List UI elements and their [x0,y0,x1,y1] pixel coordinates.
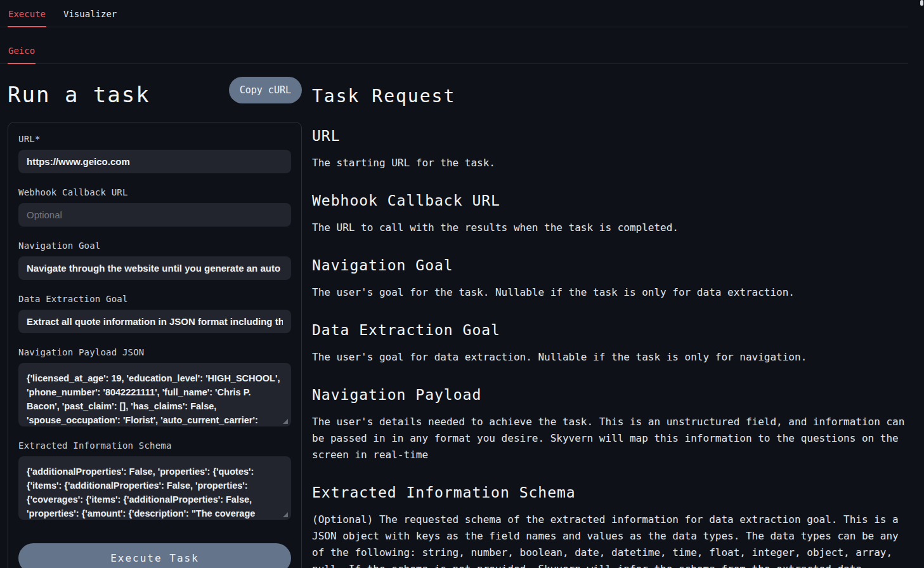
docs-heading-url: URL [312,128,908,144]
docs-title: Task Request [312,86,908,107]
docs-body-webhook: The URL to call with the results when th… [312,220,908,236]
url-field-group: URL* [18,134,291,173]
page-title: Run a task [8,82,150,107]
resize-handle-icon[interactable] [283,419,288,424]
navigation-goal-field-group: Navigation Goal [18,241,291,280]
schema-textarea[interactable]: {'additionalProperties': False, 'propert… [18,456,291,520]
run-task-panel: Run a task Copy cURL URL* Webhook Callba… [8,77,302,568]
docs-heading-schema: Extracted Information Schema [312,484,908,501]
url-input[interactable] [18,150,291,173]
scrollbar-thumb[interactable] [920,0,923,6]
docs-body-navigation-goal: The user's goal for the task. Nullable i… [312,284,908,301]
docs-heading-webhook: Webhook Callback URL [312,192,908,209]
tab-geico[interactable]: Geico [8,46,36,63]
navigation-payload-label: Navigation Payload JSON [18,347,291,357]
navigation-payload-textarea[interactable]: {'licensed_at_age': 19, 'education_level… [18,363,291,426]
webhook-input[interactable] [18,203,291,227]
webhook-field-group: Webhook Callback URL [18,187,291,227]
docs-body-schema: (Optional) The requested schema of the e… [312,512,908,568]
schema-label: Extracted Information Schema [18,440,291,451]
docs-heading-data-extraction-goal: Data Extraction Goal [312,322,908,338]
main-tab-bar: Execute Visualizer [0,0,908,27]
webhook-label: Webhook Callback URL [18,187,291,197]
task-form-card: URL* Webhook Callback URL Navigation Goa… [8,122,302,568]
docs-heading-navigation-goal: Navigation Goal [312,257,908,274]
task-tab-bar: Geico [0,27,908,64]
docs-body-url: The starting URL for the task. [312,155,908,171]
tab-execute[interactable]: Execute [8,9,46,27]
url-label: URL* [18,134,291,144]
navigation-goal-label: Navigation Goal [18,241,291,251]
data-extraction-goal-field-group: Data Extraction Goal [18,294,291,333]
navigation-goal-input[interactable] [18,256,291,280]
task-request-docs: Task Request URL The starting URL for th… [312,77,916,568]
tab-visualizer[interactable]: Visualizer [63,9,117,27]
execute-task-button[interactable]: Execute Task [18,543,291,568]
schema-field-group: Extracted Information Schema {'additiona… [18,440,291,520]
navigation-payload-field-group: Navigation Payload JSON {'licensed_at_ag… [18,347,291,426]
data-extraction-goal-input[interactable] [18,310,291,333]
data-extraction-goal-label: Data Extraction Goal [18,294,291,304]
docs-body-data-extraction-goal: The user's goal for data extraction. Nul… [312,349,908,366]
copy-curl-button[interactable]: Copy cURL [229,77,302,103]
run-task-header: Run a task Copy cURL [8,77,302,107]
docs-heading-navigation-payload: Navigation Payload [312,386,908,403]
resize-handle-icon[interactable] [283,512,288,517]
docs-body-navigation-payload: The user's details needed to achieve the… [312,414,908,463]
main-content: Run a task Copy cURL URL* Webhook Callba… [0,64,924,568]
